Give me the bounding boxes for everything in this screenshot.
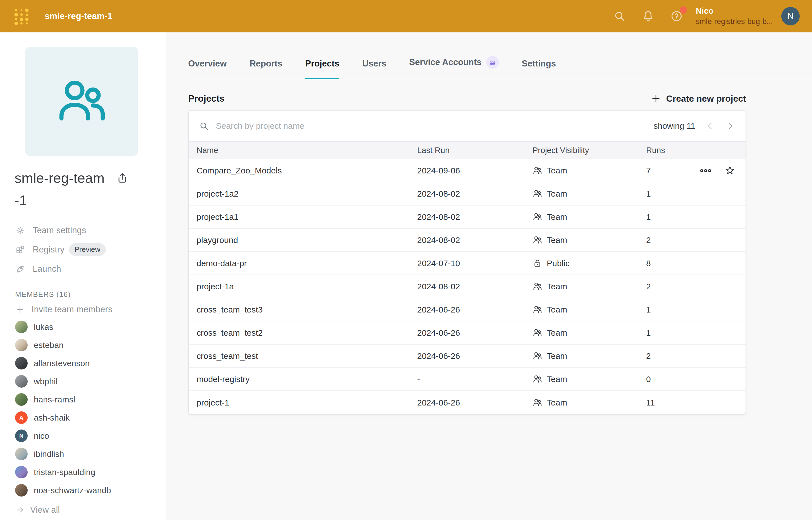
member-name: allanstevenson [34, 359, 89, 368]
member-item[interactable]: esteban [0, 336, 165, 354]
last-run-date: 2024-07-10 [417, 259, 532, 268]
project-name[interactable]: model-registry [197, 374, 417, 384]
team-avatar-card [25, 47, 138, 156]
member-avatar [15, 320, 28, 333]
project-name[interactable]: cross_team_test3 [197, 305, 417, 314]
member-item[interactable]: lukas [0, 318, 165, 336]
team-users-icon [532, 305, 542, 314]
tab-users[interactable]: Users [362, 59, 386, 79]
member-name: hans-ramsl [34, 395, 75, 405]
visibility-cell: Team [532, 282, 646, 291]
plus-icon [15, 305, 25, 314]
tab-overview[interactable]: Overview [188, 59, 227, 79]
visibility-label: Team [547, 212, 567, 222]
more-options-icon[interactable] [699, 167, 712, 174]
table-row[interactable]: project-1a 2024-08-02 Team 2 [189, 275, 745, 298]
bell-icon[interactable] [642, 10, 655, 23]
member-avatar [15, 393, 28, 406]
project-name[interactable]: Compare_Zoo_Models [197, 166, 417, 175]
table-row[interactable]: project-1 2024-06-26 Team 11 [189, 391, 745, 414]
table-row[interactable]: cross_team_test2 2024-06-26 Team 1 [189, 321, 745, 345]
sidebar-item-team-settings[interactable]: Team settings [0, 221, 165, 239]
avatar[interactable]: N [781, 7, 800, 25]
invite-label: Invite team members [31, 305, 112, 314]
help-button[interactable] [670, 10, 683, 23]
team-users-icon [532, 235, 542, 245]
sidebar-links: Team settings Registry Preview Launch [0, 221, 165, 278]
table-row[interactable]: demo-data-pr 2024-07-10 Public 8 [189, 252, 745, 275]
tab-service-accounts[interactable]: Service Accounts [409, 56, 499, 79]
member-item[interactable]: N nico [0, 427, 165, 445]
table-row[interactable]: cross_team_test3 2024-06-26 Team 1 [189, 298, 745, 321]
member-name: wbphil [34, 377, 57, 386]
project-search-input[interactable] [216, 121, 643, 131]
wandb-logo-icon[interactable] [12, 7, 31, 25]
star-icon[interactable] [724, 165, 735, 176]
chevron-right-icon [725, 121, 735, 131]
member-avatar [15, 339, 28, 351]
project-name[interactable]: project-1a2 [197, 189, 417, 199]
top-navbar: smle-reg-team-1 Nico smle-registries-bug… [0, 0, 812, 32]
table-row[interactable]: project-1a1 2024-08-02 Team 1 [189, 206, 745, 229]
view-all-label: View all [30, 505, 60, 515]
member-avatar [15, 357, 28, 369]
member-item[interactable]: allanstevenson [0, 354, 165, 372]
sidebar-item-registry[interactable]: Registry Preview [0, 239, 165, 260]
last-run-date: 2024-08-02 [417, 212, 532, 222]
view-all-button[interactable]: View all [0, 505, 165, 515]
project-name[interactable]: cross_team_test [197, 351, 417, 361]
project-name[interactable]: project-1a [197, 282, 417, 291]
table-row[interactable]: cross_team_test 2024-06-26 Team 2 [189, 345, 745, 368]
visibility-cell: Team [532, 328, 646, 338]
create-new-project-button[interactable]: Create new project [651, 93, 746, 104]
project-name[interactable]: cross_team_test2 [197, 328, 417, 338]
member-avatar [15, 484, 28, 497]
member-avatar: A [15, 411, 28, 424]
last-run-date: - [417, 374, 532, 384]
member-item[interactable]: A ash-shaik [0, 409, 165, 427]
visibility-cell: Team [532, 398, 646, 408]
plus-icon [651, 93, 661, 104]
visibility-cell: Team [532, 351, 646, 361]
member-item[interactable]: tristan-spaulding [0, 463, 165, 481]
tab-settings[interactable]: Settings [522, 59, 556, 79]
member-avatar: N [15, 430, 28, 442]
member-name: ibindlish [34, 449, 64, 459]
member-item[interactable]: ibindlish [0, 445, 165, 463]
visibility-label: Team [547, 398, 567, 408]
project-name[interactable]: project-1a1 [197, 212, 417, 222]
user-block[interactable]: Nico smle-registries-bug-b... [696, 6, 773, 27]
member-item[interactable]: hans-ramsl [0, 390, 165, 409]
pagination-prev-button[interactable] [705, 121, 715, 131]
pagination-next-button[interactable] [725, 121, 735, 131]
project-name[interactable]: project-1 [197, 398, 417, 408]
project-name[interactable]: playground [197, 235, 417, 245]
search-icon[interactable] [613, 10, 626, 23]
table-row[interactable]: playground 2024-08-02 Team 2 [189, 229, 745, 252]
table-row[interactable]: Compare_Zoo_Models 2024-09-06 Team 7 [189, 159, 745, 182]
column-header-last-run: Last Run [417, 146, 532, 155]
project-name[interactable]: demo-data-pr [197, 259, 417, 268]
showing-count: showing 11 [653, 121, 695, 131]
table-row[interactable]: model-registry - Team 0 [189, 368, 745, 391]
search-icon [199, 121, 209, 131]
sidebar-item-launch[interactable]: Launch [0, 260, 165, 278]
member-name: nico [34, 431, 49, 441]
notification-dot [680, 6, 687, 14]
members-header: MEMBERS (16) [15, 290, 165, 299]
member-item[interactable]: noa-schwartz-wandb [0, 481, 165, 499]
last-run-date: 2024-08-02 [417, 282, 532, 291]
topbar-actions: Nico smle-registries-bug-b... N [598, 6, 800, 27]
runs-count: 2 [646, 351, 738, 361]
visibility-label: Team [547, 328, 567, 338]
page: smle-reg-team-1 Nico smle-registries-bug… [0, 0, 812, 520]
last-run-date: 2024-06-26 [417, 328, 532, 338]
tab-reports[interactable]: Reports [250, 59, 282, 79]
share-icon[interactable] [116, 172, 128, 184]
table-row[interactable]: project-1a2 2024-08-02 Team 1 [189, 182, 745, 206]
runs-count: 1 [646, 189, 738, 199]
invite-team-members-button[interactable]: Invite team members [0, 305, 165, 314]
tab-projects[interactable]: Projects [305, 59, 339, 79]
member-item[interactable]: wbphil [0, 372, 165, 390]
user-org: smle-registries-bug-b... [696, 17, 773, 27]
